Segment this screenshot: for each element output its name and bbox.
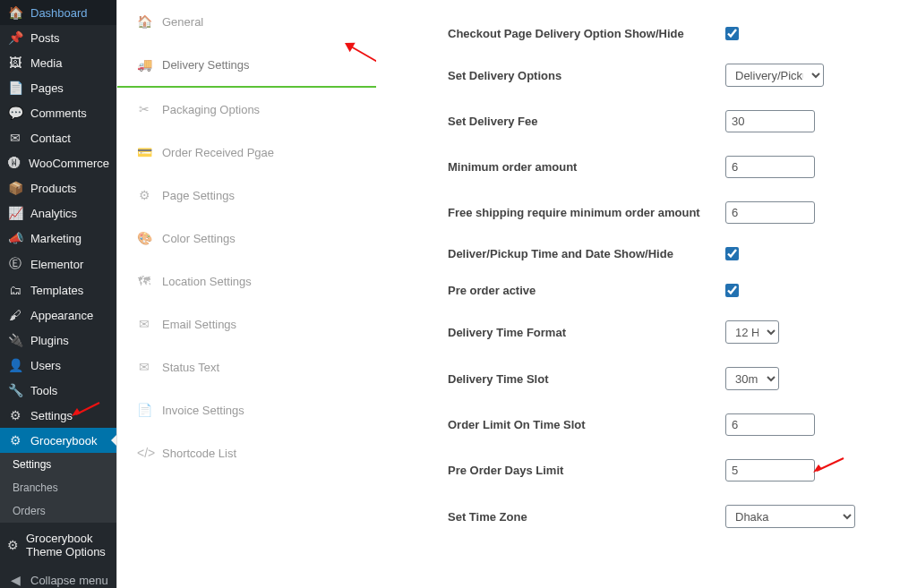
- sidebar-item-products[interactable]: 📦Products: [0, 175, 116, 200]
- tab-order-received[interactable]: 💳Order Received Pgae: [117, 131, 376, 174]
- sidebar-item-templates[interactable]: 🗂Templates: [0, 277, 116, 303]
- time-slot-select[interactable]: 30min: [725, 367, 779, 390]
- sidebar-item-posts[interactable]: 📌Posts: [0, 25, 116, 50]
- sidebar-item-label: Settings: [30, 409, 73, 422]
- tab-delivery-settings[interactable]: 🚚Delivery Settings: [117, 43, 376, 88]
- sidebar-item-label: Posts: [30, 31, 60, 45]
- tab-status-text[interactable]: ✉Status Text: [117, 345, 376, 388]
- sidebar-item-theme-options[interactable]: ⚙Grocerybook Theme Options: [0, 526, 116, 564]
- mail-icon: ✉: [7, 131, 23, 145]
- chart-icon: 📈: [7, 206, 23, 220]
- sidebar-item-analytics[interactable]: 📈Analytics: [0, 200, 116, 226]
- sidebar-item-label: Pages: [30, 81, 64, 95]
- tab-location-settings[interactable]: 🗺Location Settings: [117, 260, 376, 303]
- preorder-active-checkbox[interactable]: [725, 284, 739, 297]
- gear-icon: ⚙: [7, 408, 23, 422]
- sidebar-item-users[interactable]: 👤Users: [0, 353, 116, 378]
- sidebar-item-comments[interactable]: 💬Comments: [0, 100, 116, 125]
- sidebar-item-label: Appearance: [30, 309, 93, 322]
- plug-icon: 🔌: [7, 333, 23, 347]
- row-checkout-show: Checkout Page Delivery Option Show/Hide: [448, 27, 890, 40]
- sidebar-item-plugins[interactable]: 🔌Plugins: [0, 328, 116, 353]
- document-icon: 📄: [137, 403, 151, 417]
- sidebar-item-elementor[interactable]: ⒺElementor: [0, 251, 116, 277]
- sidebar-item-label: Products: [30, 182, 76, 195]
- field-label: Set Time Zone: [448, 510, 725, 524]
- time-format-select[interactable]: 12 Hour: [725, 320, 779, 344]
- tab-label: Packaging Options: [162, 103, 260, 116]
- delivery-fee-input[interactable]: [725, 110, 815, 132]
- sidebar-item-dashboard[interactable]: 🏠Dashboard: [0, 0, 116, 25]
- wp-admin-sidebar: 🏠Dashboard 📌Posts 🖼Media 📄Pages 💬Comment…: [0, 0, 116, 588]
- elementor-icon: Ⓔ: [7, 256, 23, 272]
- tab-shortcode-list[interactable]: </>Shortcode List: [117, 431, 376, 474]
- preorder-days-input[interactable]: [725, 459, 815, 481]
- tab-color-settings[interactable]: 🎨Color Settings: [117, 217, 376, 260]
- field-label: Delivery Time Slot: [448, 372, 725, 386]
- dashboard-icon: 🏠: [7, 5, 23, 20]
- sidebar-item-contact[interactable]: ✉Contact: [0, 125, 116, 150]
- sidebar-item-appearance[interactable]: 🖌Appearance: [0, 303, 116, 328]
- min-order-input[interactable]: [725, 156, 815, 178]
- palette-icon: 🎨: [137, 231, 151, 245]
- sidebar-sub-branches[interactable]: Branches: [0, 476, 116, 499]
- sidebar-item-settings[interactable]: ⚙Settings: [0, 403, 116, 428]
- sidebar-item-woocommerce[interactable]: 🅦WooCommerce: [0, 150, 116, 175]
- home-icon: 🏠: [137, 14, 151, 29]
- gear-icon: ⚙: [7, 433, 23, 447]
- row-min-order: Minimum order amount: [448, 156, 890, 178]
- collapse-icon: ◀: [7, 573, 23, 587]
- field-label: Set Delivery Options: [448, 69, 725, 82]
- field-label: Pre order active: [448, 284, 725, 297]
- row-time-slot: Delivery Time Slot 30min: [448, 367, 890, 390]
- tab-label: Delivery Settings: [162, 58, 250, 72]
- mail-icon: ✉: [137, 317, 151, 331]
- field-label: Set Delivery Fee: [448, 115, 725, 128]
- sidebar-item-grocerybook[interactable]: ⚙Grocerybook: [0, 428, 116, 453]
- free-ship-min-input[interactable]: [725, 201, 815, 224]
- tab-label: Location Settings: [162, 275, 252, 288]
- sidebar-item-label: Users: [30, 359, 61, 372]
- pin-icon: 📌: [7, 30, 23, 45]
- row-preorder-active: Pre order active: [448, 284, 890, 297]
- row-time-format: Delivery Time Format 12 Hour: [448, 320, 890, 344]
- tab-label: Color Settings: [162, 232, 236, 245]
- user-icon: 👤: [7, 358, 23, 372]
- row-time-show: Deliver/Pickup Time and Date Show/Hide: [448, 247, 890, 260]
- tab-email-settings[interactable]: ✉Email Settings: [117, 303, 376, 345]
- sidebar-item-label: Contact: [30, 132, 71, 145]
- row-preorder-days: Pre Order Days Limit: [448, 459, 890, 481]
- megaphone-icon: 📣: [7, 231, 23, 245]
- sidebar-item-tools[interactable]: 🔧Tools: [0, 378, 116, 403]
- sidebar-item-marketing[interactable]: 📣Marketing: [0, 226, 116, 251]
- sidebar-item-label: Grocerybook: [30, 434, 97, 447]
- tab-invoice-settings[interactable]: 📄Invoice Settings: [117, 388, 376, 431]
- checkout-show-checkbox[interactable]: [725, 27, 739, 40]
- tab-packaging-options[interactable]: ✂Packaging Options: [117, 88, 376, 131]
- order-limit-input[interactable]: [725, 413, 815, 436]
- row-free-ship-min: Free shipping require minimum order amou…: [448, 201, 890, 224]
- sidebar-item-label: Analytics: [30, 207, 77, 220]
- code-icon: </>: [137, 446, 151, 460]
- scissors-icon: ✂: [137, 102, 151, 116]
- map-icon: 🗺: [137, 274, 151, 288]
- delivery-options-select[interactable]: Delivery/Pickup Both: [725, 64, 824, 87]
- sidebar-item-label: Media: [30, 56, 62, 70]
- sidebar-item-media[interactable]: 🖼Media: [0, 50, 116, 75]
- sidebar-sub-settings[interactable]: Settings: [0, 453, 116, 476]
- mail-icon: ✉: [137, 360, 151, 374]
- field-label: Checkout Page Delivery Option Show/Hide: [448, 27, 725, 40]
- sidebar-item-label: Comments: [30, 107, 87, 120]
- tab-page-settings[interactable]: ⚙Page Settings: [117, 174, 376, 217]
- gear-icon: ⚙: [7, 538, 19, 552]
- sidebar-sub-orders[interactable]: Orders: [0, 499, 116, 523]
- tab-general[interactable]: 🏠General: [117, 0, 376, 43]
- templates-icon: 🗂: [7, 283, 23, 297]
- brush-icon: 🖌: [7, 308, 23, 322]
- sidebar-item-pages[interactable]: 📄Pages: [0, 75, 116, 100]
- time-show-checkbox[interactable]: [725, 247, 739, 260]
- tab-label: Email Settings: [162, 318, 236, 331]
- sidebar-collapse[interactable]: ◀Collapse menu: [0, 567, 116, 588]
- comment-icon: 💬: [7, 106, 23, 120]
- timezone-select[interactable]: Dhaka: [725, 505, 855, 528]
